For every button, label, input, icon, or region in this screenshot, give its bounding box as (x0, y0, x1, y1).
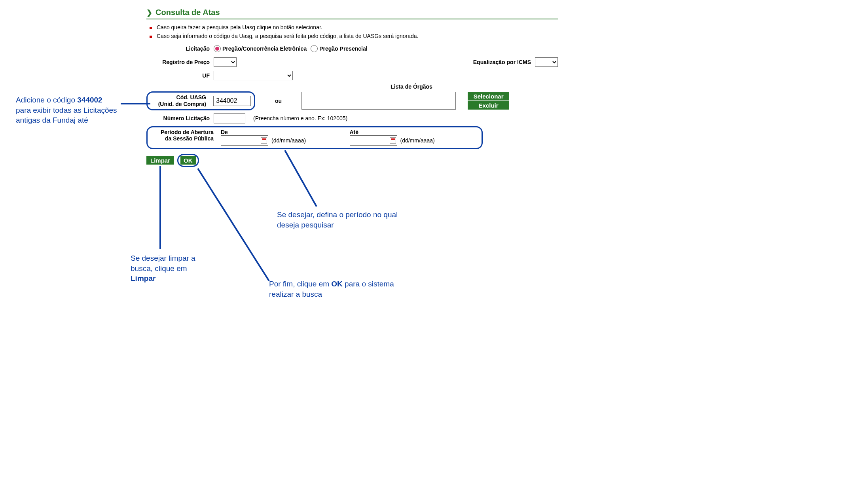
page-title: Consulta de Atas (155, 8, 220, 17)
calendar-icon (390, 137, 396, 144)
radio-option-eletronica[interactable]: Pregão/Concorrência Eletrônica (214, 45, 307, 52)
ok-button[interactable]: OK (180, 156, 196, 165)
label-periodo-l1: Período de Abertura (161, 129, 214, 135)
highlight-ok: OK (177, 154, 199, 167)
selecionar-button[interactable]: Selecionar (468, 92, 509, 100)
select-equalizacao[interactable] (535, 57, 558, 67)
label-de: De (221, 129, 347, 135)
listbox-orgaos[interactable] (301, 92, 456, 110)
select-registro-preco[interactable] (214, 57, 237, 67)
radio-icon (214, 45, 221, 52)
limpar-button[interactable]: Limpar (146, 156, 174, 165)
calendar-icon (261, 137, 267, 144)
radio-icon (311, 45, 318, 52)
label-cod-uasg-l2: (Unid. de Compra) (158, 101, 206, 107)
tips-list: Caso queira fazer a pesquisa pela Uasg c… (146, 24, 558, 39)
label-periodo-l2: da Sessão Pública (165, 135, 214, 142)
input-data-ate[interactable] (350, 135, 397, 146)
input-cod-uasg[interactable] (213, 96, 251, 106)
excluir-button[interactable]: Excluir (468, 101, 509, 110)
select-uf[interactable] (214, 71, 293, 80)
hint-date-ate: (dd/mm/aaaa) (400, 137, 435, 144)
annotation-periodo: Se desejar, defina o período no qual des… (277, 210, 419, 230)
page-header: ❯ Consulta de Atas (146, 8, 558, 19)
radio-label: Pregão Presencial (319, 45, 367, 52)
label-registro-preco: Registro de Preço (146, 59, 214, 65)
hint-date-de: (dd/mm/aaaa) (271, 137, 306, 144)
annotation-cod-uasg: Adicione o código 344002 para exibir tod… (16, 95, 138, 125)
label-cod-uasg-l1: Cód. UASG (176, 94, 206, 100)
label-equalizacao: Equalização por ICMS (473, 59, 535, 65)
chevron-right-icon: ❯ (146, 8, 152, 17)
radio-label: Pregão/Concorrência Eletrônica (222, 45, 307, 52)
label-uf: UF (146, 72, 214, 79)
radio-group-licitacao: Pregão/Concorrência Eletrônica Pregão Pr… (214, 45, 368, 52)
radio-option-presencial[interactable]: Pregão Presencial (311, 45, 367, 52)
label-numero-licitacao: Número Licitação (146, 115, 214, 121)
input-numero-licitacao[interactable] (214, 113, 245, 123)
annotation-ok: Por fim, clique em OK para o sistema rea… (269, 279, 411, 299)
tip-item: Caso queira fazer a pesquisa pela Uasg c… (150, 24, 558, 30)
row-cod-uasg: Cód. UASG (Unid. de Compra) ou Seleciona… (146, 91, 558, 110)
label-ate: Até (350, 129, 476, 135)
label-licitacao: Licitação (146, 45, 214, 52)
input-data-de[interactable] (221, 135, 268, 146)
highlight-cod-uasg: Cód. UASG (Unid. de Compra) (146, 91, 255, 110)
annotation-limpar: Se desejar limpar a busca, clique em Lim… (131, 253, 218, 284)
hint-numero-licitacao: (Preencha número e ano. Ex: 102005) (253, 115, 347, 121)
tip-item: Caso seja informado o código da Uasg, a … (150, 33, 558, 39)
label-ou: ou (267, 98, 290, 104)
label-lista-orgaos: Lista de Órgãos (334, 83, 489, 90)
highlight-periodo: Período de Abertura da Sessão Pública De… (146, 126, 483, 149)
form-container: ❯ Consulta de Atas Caso queira fazer a p… (146, 8, 558, 167)
